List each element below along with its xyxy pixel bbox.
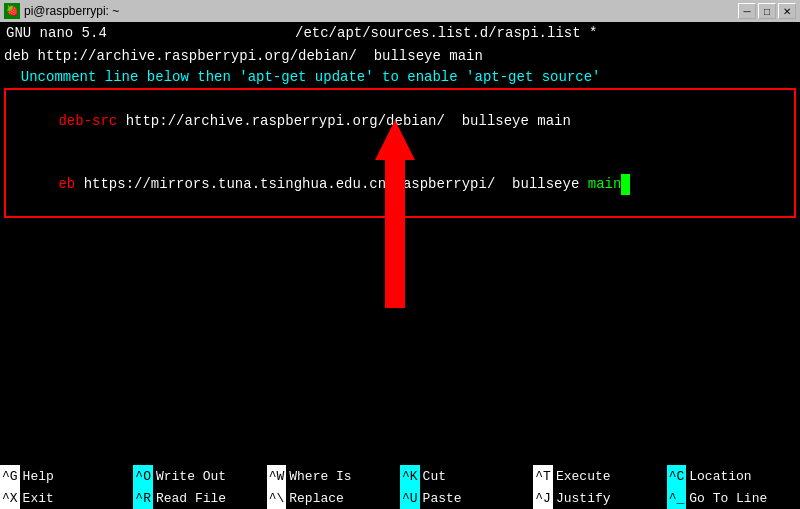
shortcut-row-2: ^X Exit ^R Read File ^\ Replace ^U Paste… [0, 487, 800, 509]
shortcut-label-help: Help [20, 469, 54, 484]
shortcut-location[interactable]: ^C Location [667, 465, 800, 487]
line-2: Uncomment line below then 'apt-get updat… [4, 67, 796, 88]
shortcut-whereis[interactable]: ^W Where Is [267, 465, 400, 487]
nano-header-right [786, 25, 794, 41]
shortcut-bar: ^G Help ^O Write Out ^W Where Is ^K Cut … [0, 465, 800, 509]
cursor [621, 174, 629, 195]
svg-marker-0 [375, 120, 415, 160]
shortcut-key-k: ^K [400, 465, 420, 487]
shortcut-cut[interactable]: ^K Cut [400, 465, 533, 487]
shortcut-replace[interactable]: ^\ Replace [267, 487, 400, 509]
shortcut-label-location: Location [686, 469, 751, 484]
shortcut-gotoline[interactable]: ^_ Go To Line [667, 487, 800, 509]
shortcut-help[interactable]: ^G Help [0, 465, 133, 487]
shortcut-label-exit: Exit [20, 491, 54, 506]
shortcut-row-1: ^G Help ^O Write Out ^W Where Is ^K Cut … [0, 465, 800, 487]
nano-filename: /etc/apt/sources.list.d/raspi.list * [295, 25, 597, 41]
shortcut-key-t: ^T [533, 465, 553, 487]
shortcut-key-r: ^R [133, 487, 153, 509]
shortcut-key-underscore: ^_ [667, 487, 687, 509]
arrow-indicator [355, 120, 435, 310]
shortcut-key-g: ^G [0, 465, 20, 487]
raspberry-icon: 🍓 [4, 3, 20, 19]
shortcut-key-backslash: ^\ [267, 487, 287, 509]
shortcut-paste[interactable]: ^U Paste [400, 487, 533, 509]
shortcut-execute[interactable]: ^T Execute [533, 465, 666, 487]
shortcut-key-j: ^J [533, 487, 553, 509]
shortcut-label-cut: Cut [420, 469, 446, 484]
title-bar-left: 🍓 pi@raspberrypi: ~ [4, 3, 119, 19]
nano-app-name: GNU nano 5.4 [6, 25, 107, 41]
shortcut-label-gotoline: Go To Line [686, 491, 767, 506]
window-title: pi@raspberrypi: ~ [24, 4, 119, 18]
line-1: deb http://archive.raspberrypi.org/debia… [4, 46, 796, 67]
shortcut-label-paste: Paste [420, 491, 462, 506]
close-button[interactable]: ✕ [778, 3, 796, 19]
shortcut-justify[interactable]: ^J Justify [533, 487, 666, 509]
minimize-button[interactable]: ─ [738, 3, 756, 19]
shortcut-label-replace: Replace [286, 491, 344, 506]
shortcut-label-whereis: Where Is [286, 469, 351, 484]
title-bar: 🍓 pi@raspberrypi: ~ ─ □ ✕ [0, 0, 800, 22]
svg-rect-1 [385, 158, 405, 308]
shortcut-label-justify: Justify [553, 491, 611, 506]
shortcut-label-readfile: Read File [153, 491, 226, 506]
shortcut-label-execute: Execute [553, 469, 611, 484]
shortcut-writeout[interactable]: ^O Write Out [133, 465, 266, 487]
shortcut-key-w: ^W [267, 465, 287, 487]
shortcut-key-c: ^C [667, 465, 687, 487]
nano-header: GNU nano 5.4 /etc/apt/sources.list.d/ras… [0, 22, 800, 44]
shortcut-key-o: ^O [133, 465, 153, 487]
shortcut-label-writeout: Write Out [153, 469, 226, 484]
shortcut-key-x: ^X [0, 487, 20, 509]
shortcut-readfile[interactable]: ^R Read File [133, 487, 266, 509]
shortcut-key-u: ^U [400, 487, 420, 509]
window-controls: ─ □ ✕ [738, 3, 796, 19]
maximize-button[interactable]: □ [758, 3, 776, 19]
shortcut-exit[interactable]: ^X Exit [0, 487, 133, 509]
